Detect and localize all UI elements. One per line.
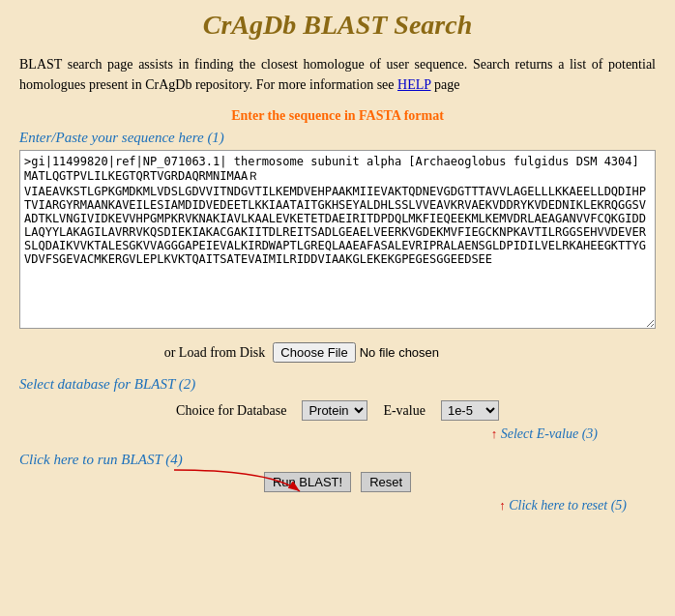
load-disk-row: or Load from Disk [19, 342, 656, 363]
page-title: CrAgDb BLAST Search [19, 10, 656, 41]
annotation-label-1: Enter/Paste your sequence here (1) [19, 130, 656, 146]
run-buttons-container: Run BLAST! Reset [19, 472, 656, 492]
db-section: Select database for BLAST (2) Choice for… [19, 376, 656, 442]
page-container: CrAgDb BLAST Search BLAST search page as… [0, 0, 675, 533]
reset-button[interactable]: Reset [361, 472, 411, 492]
load-disk-label: or Load from Disk [164, 345, 266, 361]
run-blast-button[interactable]: Run BLAST! [264, 472, 351, 492]
db-options-row: Choice for Database Protein DNA E-value … [19, 400, 656, 421]
evalue-select[interactable]: 1e-5 1e-3 1e-10 1 [441, 400, 499, 421]
annotation-label-2: Select database for BLAST (2) [19, 376, 656, 393]
sequence-section: >gi|11499820|ref|NP_071063.1| thermosome… [19, 150, 656, 333]
run-buttons-row: Run BLAST! Reset [19, 472, 656, 492]
annotation-label-4: Click here to run BLAST (4) [19, 452, 656, 468]
annotation-label-5: ↑ Click here to reset (5) [19, 498, 656, 513]
fasta-label: Enter the sequence in FASTA format [19, 108, 656, 124]
file-input[interactable] [273, 342, 511, 363]
database-select[interactable]: Protein DNA [302, 400, 367, 421]
annotation-label-3: ↑ Select E-value (3) [19, 426, 656, 442]
sequence-input[interactable]: >gi|11499820|ref|NP_071063.1| thermosome… [19, 150, 656, 329]
run-section: Click here to run BLAST (4) Run BLAST! R… [19, 452, 656, 513]
description: BLAST search page assists in finding the… [19, 54, 656, 95]
evalue-label: E-value [383, 403, 426, 419]
choice-for-database-label: Choice for Database [176, 403, 286, 419]
help-link[interactable]: HELP [397, 77, 430, 92]
